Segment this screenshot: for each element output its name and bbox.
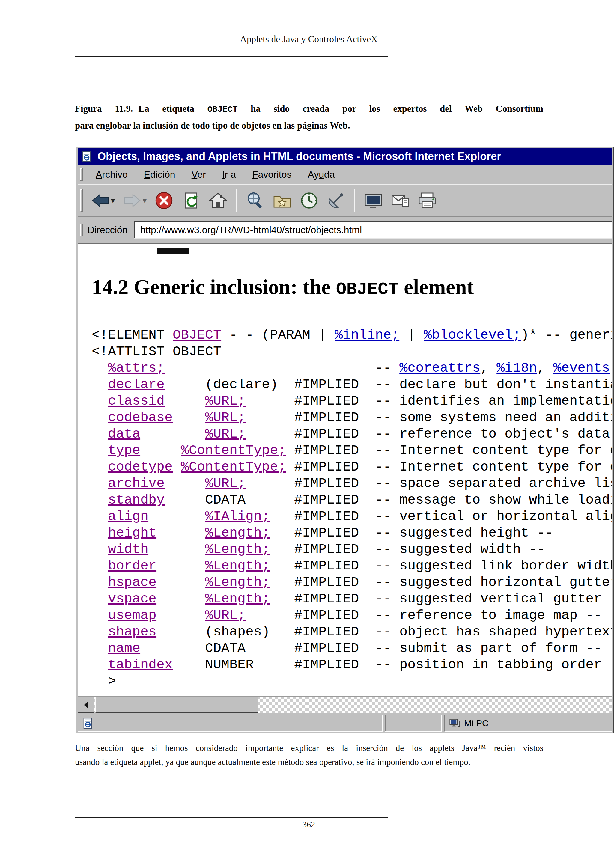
dtd-link[interactable]: %Length; [205,558,270,574]
favorites-button[interactable] [269,187,295,214]
back-button[interactable]: ▾ [88,187,118,214]
dtd-text [157,575,205,590]
dtd-link[interactable]: OBJECT [173,328,221,343]
dtd-link[interactable]: data [108,426,140,442]
channels-button[interactable] [323,187,349,214]
document-heading: 14.2 Generic inclusion: the OBJECT eleme… [92,275,612,302]
menu-item-ayuda[interactable]: Ayuda [300,165,343,184]
stop-button[interactable] [151,187,177,214]
dtd-text: | [399,328,423,343]
scroll-left-button[interactable] [78,697,95,713]
dtd-line: classid %URL; #IMPLIED -- identifies an … [92,393,612,409]
dtd-link[interactable]: declare [108,377,164,392]
dtd-text: > [92,674,116,689]
forward-button[interactable]: ▾ [119,187,150,214]
dtd-link[interactable]: codetype [108,459,173,475]
dtd-text: #IMPLIED -- Internet content type for co… [286,459,612,475]
menu-item-favoritos[interactable]: Favoritos [244,165,300,184]
dtd-link[interactable]: %IAlign; [205,509,270,524]
dtd-text [92,476,108,491]
dtd-line: usemap %URL; #IMPLIED -- reference to im… [92,607,612,624]
scrollbar-thumb[interactable] [95,697,259,713]
dtd-link[interactable]: codebase [108,410,173,425]
dtd-link[interactable]: %URL; [205,476,245,491]
dtd-link[interactable]: height [108,525,157,541]
dtd-link[interactable]: %events [553,361,610,376]
dtd-link[interactable]: %ContentType; [181,443,286,458]
dtd-link[interactable]: %Length; [205,542,270,557]
dtd-link[interactable]: tabindex [108,657,173,673]
dtd-link[interactable]: %coreattrs [399,361,480,376]
figure-caption-text: ha sido creada por los expertos del Web … [251,104,543,114]
dtd-link[interactable]: %attrs; [108,361,164,376]
dtd-link[interactable]: %URL; [205,394,245,409]
dtd-link[interactable]: border [108,558,157,574]
menu-bar-gripper[interactable] [80,168,83,181]
dtd-link[interactable]: width [108,542,149,557]
status-panel-main [78,715,383,732]
browser-window: Objects, Images, and Applets in HTML doc… [76,147,614,733]
dtd-text: - - (PARAM | [221,328,335,343]
body-paragraph-line1: Una sección que si hemos considerado imp… [75,741,543,755]
dtd-link[interactable]: type [108,443,140,458]
toolbar-gripper[interactable] [80,189,83,212]
dtd-text: #IMPLIED -- reference to object's data -… [245,426,612,442]
dtd-link[interactable]: align [108,509,149,524]
channels-icon [327,191,346,210]
toolbar-items: ▾▾ [88,184,440,216]
dtd-link[interactable]: vspace [108,591,157,607]
dtd-text [157,525,205,541]
page-content: 14.2 Generic inclusion: the OBJECT eleme… [78,243,612,696]
mail-button[interactable] [388,187,413,214]
figure-caption-line1: Figura 11.9.La etiqueta OBJECT ha sido c… [75,101,543,118]
dtd-link[interactable]: %blocklevel; [423,328,521,343]
dtd-link[interactable]: %Length; [205,525,270,541]
dtd-link[interactable]: name [108,641,140,656]
fullscreen-button[interactable] [360,187,386,214]
dtd-link[interactable]: %Length; [205,591,270,607]
page-number: 362 [75,819,543,830]
dtd-text [92,525,108,541]
dtd-text: (declare) #IMPLIED -- declare but don't … [164,377,612,392]
address-input[interactable]: http://www.w3.org/TR/WD-html40/struct/ob… [134,221,612,239]
menu-item-ir-a[interactable]: Ir a [214,165,244,184]
dtd-link[interactable]: shapes [108,624,157,640]
dtd-link[interactable]: %Length; [205,575,270,590]
dtd-line: archive %URL; #IMPLIED -- space separate… [92,475,612,492]
my-computer-icon [448,717,460,729]
dtd-link[interactable]: classid [108,394,164,409]
dtd-line: vspace %Length; #IMPLIED -- suggested ve… [92,591,612,607]
dtd-link[interactable]: %ContentType; [181,459,286,475]
window-title: Objects, Images, and Applets in HTML doc… [98,148,501,164]
search-button[interactable] [242,187,268,214]
ie-window-icon[interactable] [81,150,93,163]
dtd-link[interactable]: hspace [108,575,157,590]
menu-bar-items: ArchivoEdiciónVerIr aFavoritosAyuda [88,165,343,184]
history-button[interactable] [296,187,322,214]
dtd-link[interactable]: %URL; [205,608,245,623]
address-bar-gripper[interactable] [80,223,83,236]
dtd-text [92,509,108,524]
dtd-text: -- [610,361,612,376]
dtd-text: , [537,361,553,376]
status-panel-progress [385,715,442,732]
dtd-link[interactable]: %URL; [205,410,245,425]
menu-item-ver[interactable]: Ver [183,165,214,184]
dtd-line: shapes (shapes) #IMPLIED -- object has s… [92,624,612,640]
dtd-text [92,443,108,458]
home-button[interactable] [205,187,231,214]
dtd-link[interactable]: standby [108,493,164,508]
dtd-link[interactable]: usemap [108,608,157,623]
dtd-text [173,459,181,475]
horizontal-scrollbar[interactable] [78,696,612,713]
print-button[interactable] [414,187,440,214]
dtd-line: <!ATTLIST OBJECT [92,344,612,360]
refresh-button[interactable] [178,187,204,214]
dtd-link[interactable]: %i18n [496,361,537,376]
dtd-link[interactable]: %URL; [205,426,245,442]
dtd-link[interactable]: archive [108,476,164,491]
dtd-link[interactable]: %inline; [335,328,399,343]
menu-item-edicion[interactable]: Edición [136,165,183,184]
menu-item-archivo[interactable]: Archivo [88,165,136,184]
dtd-text [92,657,108,673]
